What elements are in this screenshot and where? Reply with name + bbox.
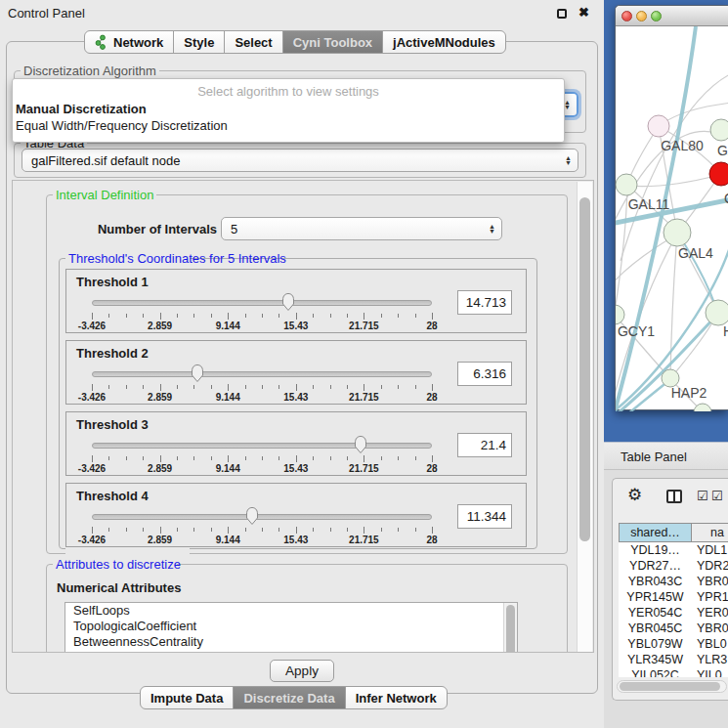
tab-jactivemnodules[interactable]: jActiveMNodules xyxy=(382,30,506,54)
table-row[interactable]: YBR043CYBR0 xyxy=(619,574,728,589)
axis-tick xyxy=(143,314,144,318)
checkbox-icon[interactable]: ☑ xyxy=(711,489,723,503)
close-icon[interactable]: ✖ xyxy=(578,5,589,20)
table-row[interactable]: YDL19…YDL1 xyxy=(619,542,728,558)
threshold-slider-track[interactable] xyxy=(92,514,432,520)
settings-scrollbar-thumb[interactable] xyxy=(579,197,590,541)
tab-network[interactable]: Network xyxy=(84,30,174,54)
zoom-traffic-light[interactable] xyxy=(651,11,662,21)
list-scrollbar[interactable] xyxy=(503,603,517,653)
threshold-value-input[interactable]: 14.713 xyxy=(457,290,512,315)
gear-icon[interactable]: ⚙ xyxy=(627,485,642,505)
axis-tick-label: 15.43 xyxy=(269,463,323,474)
threshold-slider-thumb[interactable] xyxy=(280,292,296,312)
number-of-intervals-spinner[interactable]: 5 ▲ ▼ xyxy=(221,217,502,240)
threshold-value-input[interactable]: 21.4 xyxy=(457,433,512,457)
axis-tick xyxy=(381,456,382,460)
axis-tick xyxy=(126,456,127,460)
slider-thumb-icon xyxy=(280,292,296,312)
cell-shared-name: YDL19… xyxy=(619,542,692,558)
network-node[interactable] xyxy=(616,174,637,195)
axis-tick xyxy=(415,456,416,460)
network-canvas[interactable]: GAL80GACGAL11GAL4GCY1HHAP2 xyxy=(616,26,728,411)
threshold-slider-thumb[interactable] xyxy=(244,506,260,526)
threshold-slider-thumb[interactable] xyxy=(190,364,205,383)
network-node-label: GAL80 xyxy=(661,138,704,153)
algorithm-option[interactable]: Equal Width/Frequency Discretization xyxy=(13,117,564,134)
list-scrollbar-thumb[interactable] xyxy=(506,605,515,653)
table-hscrollbar-thumb[interactable] xyxy=(620,682,720,691)
axis-tick xyxy=(211,385,212,389)
tab-label: Discretize Data xyxy=(243,691,334,706)
column-header-shared[interactable]: shared… xyxy=(619,523,692,542)
threshold-label: Threshold 4 xyxy=(76,489,149,503)
threshold-slider-track[interactable] xyxy=(92,443,432,449)
table-hscrollbar[interactable] xyxy=(617,680,727,693)
network-node-label: GA xyxy=(717,143,728,158)
tab-impute-data[interactable]: Impute Data xyxy=(140,686,234,709)
axis-tick xyxy=(193,314,194,318)
close-traffic-light[interactable] xyxy=(621,11,632,21)
axis-tick xyxy=(177,385,178,389)
table-panel-title: Table Panel xyxy=(621,450,687,464)
table-row[interactable]: YLR345WYLR3 xyxy=(619,652,728,667)
axis-tick xyxy=(432,384,433,391)
attribute-list-item[interactable]: SelfLoops xyxy=(65,603,517,619)
threshold-value-input[interactable]: 6.316 xyxy=(457,362,512,386)
tab-style[interactable]: Style xyxy=(173,30,225,54)
network-node[interactable] xyxy=(616,305,624,324)
network-node[interactable] xyxy=(706,300,728,325)
network-node[interactable] xyxy=(694,404,711,411)
tab-infer-network[interactable]: Infer Network xyxy=(345,686,448,709)
threshold-slider-track[interactable] xyxy=(92,300,432,306)
combo-stepper-icon[interactable]: ▲ ▼ xyxy=(565,155,572,165)
combo-stepper-icon[interactable]: ▲ ▼ xyxy=(564,100,571,109)
threshold-slider-track[interactable] xyxy=(92,371,432,377)
screen: Control Panel ✖ NetworkStyleSelectCyni T… xyxy=(0,0,728,728)
control-panel: Control Panel ✖ NetworkStyleSelectCyni T… xyxy=(0,0,604,728)
threshold-panel: Threshold 2-3.4262.8599.14415.4321.71528… xyxy=(65,340,527,405)
checkbox-icon[interactable]: ☑ xyxy=(697,489,708,503)
table-row[interactable]: YBR045CYBR0 xyxy=(619,621,728,636)
attribute-list-item[interactable]: TopologicalCoefficient xyxy=(65,619,517,634)
thresholds-group: Threshold's Coordinates for 5 Intervals … xyxy=(59,258,537,549)
float-window-icon[interactable] xyxy=(557,9,567,19)
settings-scroll-area: Interval Definition Number of Intervals … xyxy=(12,180,594,653)
axis-tick xyxy=(432,527,433,534)
table-row[interactable]: YBL079WYBL0 xyxy=(619,636,728,652)
threshold-value-input[interactable]: 11.344 xyxy=(457,504,512,529)
tab-label: Infer Network xyxy=(356,691,437,706)
table-row[interactable]: YER054CYER0 xyxy=(619,605,728,621)
axis-tick-label: 9.144 xyxy=(200,321,255,331)
tab-discretize-data[interactable]: Discretize Data xyxy=(233,686,345,709)
axis-tick-label: 21.715 xyxy=(336,392,391,403)
axis-tick xyxy=(211,528,212,532)
axis-tick xyxy=(398,385,399,389)
group-title: Discretization Algorithm xyxy=(21,64,159,78)
threshold-label: Threshold 3 xyxy=(76,417,149,432)
axis-tick xyxy=(398,314,399,318)
tab-cyni-toolbox[interactable]: Cyni Toolbox xyxy=(282,30,383,54)
network-node[interactable] xyxy=(664,219,691,246)
algorithm-option[interactable]: Manual Discretization xyxy=(13,101,564,117)
table-row[interactable]: YPR145WYPR1 xyxy=(619,589,728,605)
network-node[interactable] xyxy=(709,162,728,186)
network-node[interactable] xyxy=(648,115,669,137)
split-columns-icon[interactable] xyxy=(666,490,682,503)
tab-select[interactable]: Select xyxy=(224,30,282,54)
cell-name: YBR0 xyxy=(692,574,728,589)
table-data-combo[interactable]: galFiltered.sif default node ▲ ▼ xyxy=(21,149,578,172)
spinner-stepper-icon[interactable]: ▲ ▼ xyxy=(489,224,495,234)
column-header-name[interactable]: na xyxy=(692,523,728,542)
axis-tick xyxy=(228,527,229,534)
cell-name: YLR3 xyxy=(692,652,728,667)
axis-tick xyxy=(126,385,127,389)
attribute-list-item[interactable]: BetweennessCentrality xyxy=(65,634,517,650)
threshold-slider-thumb[interactable] xyxy=(353,435,368,454)
minimize-traffic-light[interactable] xyxy=(636,11,647,21)
table-row[interactable]: YIL052CYIL0 xyxy=(619,667,728,677)
table-row[interactable]: YDR27…YDR2 xyxy=(619,558,728,574)
apply-button[interactable]: Apply xyxy=(270,660,334,682)
settings-scrollbar[interactable] xyxy=(577,182,592,653)
network-node[interactable] xyxy=(710,119,728,141)
